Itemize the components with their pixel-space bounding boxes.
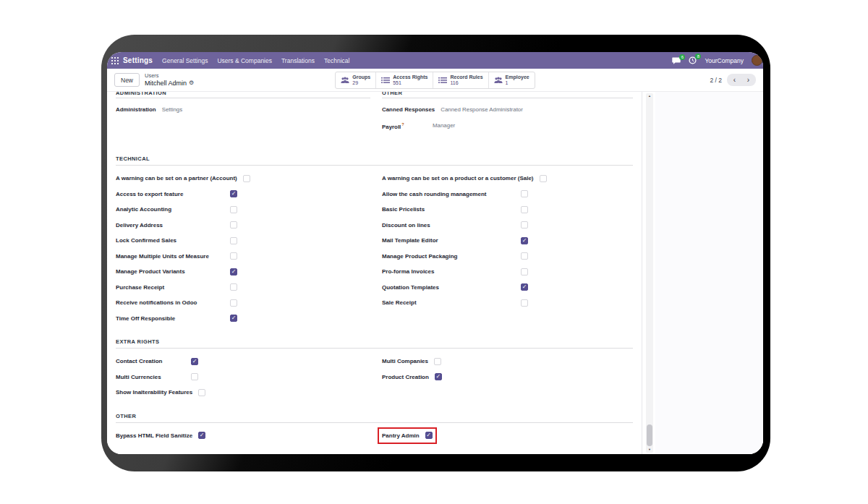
- menu-translations[interactable]: Translations: [281, 57, 315, 64]
- menu-technical[interactable]: Technical: [324, 57, 349, 64]
- checkbox-row: Quotation Templates✓: [382, 283, 633, 291]
- gear-icon[interactable]: ⚙: [189, 80, 194, 86]
- field-label: Manage Product Packaging: [382, 253, 521, 260]
- checkbox-lock-confirmed-sales[interactable]: [230, 237, 237, 244]
- field-label: Discount on lines: [382, 222, 521, 228]
- field-label: Bypass HTML Field Sanitize: [116, 432, 198, 439]
- checkbox-show-inalterability-features[interactable]: [198, 389, 205, 396]
- field-value[interactable]: Manager: [433, 122, 455, 130]
- list-icon: [438, 77, 447, 84]
- apps-grid-icon[interactable]: [111, 57, 119, 64]
- field-row: Payroll? Manager: [382, 122, 633, 130]
- field-label: Pro-forma Invoices: [382, 268, 521, 275]
- section-extra-rights: EXTRA RIGHTSContact Creation✓Multi Curre…: [116, 338, 633, 404]
- section-title: OTHER: [382, 92, 633, 98]
- checkbox-a-warning-can-be-set-on-a-partner-account[interactable]: [243, 175, 250, 182]
- section-column-left: Contact Creation✓Multi CurrenciesShow In…: [116, 357, 370, 404]
- checkbox-discount-on-lines[interactable]: [521, 221, 528, 228]
- checkbox-row: Contact Creation✓: [116, 357, 370, 365]
- checkbox-purchase-receipt[interactable]: [230, 283, 237, 291]
- checkbox-quotation-templates[interactable]: ✓: [521, 283, 528, 291]
- checkbox-row: Pantry Admin✓: [382, 432, 433, 440]
- checkbox-manage-product-variants[interactable]: ✓: [230, 268, 237, 276]
- checkbox-mail-template-editor[interactable]: ✓: [521, 237, 528, 244]
- section-title: TECHNICAL: [116, 155, 633, 166]
- scroll-down-arrow-icon[interactable]: ▼: [646, 448, 653, 452]
- section-title: ADMINISTRATION: [116, 92, 370, 98]
- stat-value: 551: [393, 80, 427, 86]
- section-technical: TECHNICALA warning can be set on a partn…: [116, 155, 633, 330]
- activities-badge: 8: [695, 54, 701, 59]
- field-value[interactable]: Canned Response Administrator: [441, 106, 523, 113]
- checkbox-access-to-export-feature[interactable]: ✓: [230, 190, 237, 197]
- field-label: Multi Currencies: [116, 374, 191, 380]
- field-label: Basic Pricelists: [382, 206, 521, 213]
- scroll-up-arrow-icon[interactable]: ▲: [646, 94, 653, 98]
- pager-previous-button[interactable]: ‹: [728, 74, 741, 85]
- checkbox-pro-forma-invoices[interactable]: [521, 268, 528, 276]
- pager: 2 / 2 ‹ ›: [535, 74, 756, 86]
- help-question-mark: ?: [401, 122, 404, 127]
- checkbox-row: Sale Receipt: [382, 299, 633, 307]
- field-label: Time Off Responsible: [116, 315, 230, 322]
- checkbox-pantry-admin[interactable]: ✓: [425, 432, 433, 439]
- menu-general-settings[interactable]: General Settings: [162, 57, 208, 64]
- checkbox-basic-pricelists[interactable]: [521, 206, 528, 213]
- field-row: Administration Settings: [116, 106, 370, 113]
- field-value[interactable]: Settings: [162, 106, 183, 113]
- checkbox-delivery-address[interactable]: [230, 221, 237, 228]
- checkbox-allow-the-cash-rounding-management[interactable]: [521, 190, 528, 197]
- checkbox-row: Basic Pricelists: [382, 205, 633, 213]
- vertical-scrollbar[interactable]: ▲ ▼: [646, 93, 653, 453]
- section-other: OTHERBypass HTML Field Sanitize✓Pantry A…: [116, 413, 633, 448]
- users-icon: [494, 77, 503, 84]
- checkbox-row: Lock Confirmed Sales: [116, 236, 370, 244]
- messages-button[interactable]: 6: [672, 57, 681, 64]
- checkbox-contact-creation[interactable]: ✓: [191, 358, 198, 365]
- field-label: Analytic Accounting: [116, 206, 230, 213]
- section-column-right: Multi CompaniesProduct Creation✓: [382, 357, 633, 404]
- breadcrumb-area: New Users Mitchell Admin ⚙: [114, 73, 335, 87]
- pager-next-button[interactable]: ›: [742, 74, 754, 85]
- checkbox-row: Manage Product Variants✓: [116, 268, 370, 276]
- field-label: Contact Creation: [116, 358, 191, 364]
- chatter-panel: [655, 92, 763, 454]
- checkbox-manage-multiple-units-of-measure[interactable]: [230, 252, 237, 260]
- company-switcher[interactable]: YourCompany: [705, 57, 744, 64]
- checkbox-sections: TECHNICALA warning can be set on a partn…: [116, 155, 633, 447]
- form-view: ADMINISTRATION Administration Settings O…: [107, 92, 763, 454]
- stat-label: Access Rights: [393, 74, 427, 80]
- menu-users-companies[interactable]: Users & Companies: [217, 57, 272, 64]
- checkbox-manage-product-packaging[interactable]: [521, 252, 528, 260]
- stat-label: Groups: [352, 74, 370, 80]
- users-icon: [341, 77, 349, 84]
- section-column-right: A warning can be set on a product or a c…: [382, 174, 633, 330]
- checkbox-a-warning-can-be-set-on-a-product-or-a-customer-sale[interactable]: [540, 175, 547, 182]
- checkbox-bypass-html-field-sanitize[interactable]: ✓: [198, 432, 205, 439]
- user-avatar[interactable]: [752, 55, 762, 66]
- stat-buttons: Groups 29 Access Rights 551: [335, 72, 535, 89]
- checkbox-multi-companies[interactable]: [434, 358, 441, 365]
- stat-button-access-rights[interactable]: Access Rights 551: [375, 72, 433, 88]
- checkbox-row: Manage Multiple Units of Measure: [116, 252, 370, 260]
- stat-button-employee[interactable]: Employee 1: [488, 72, 535, 88]
- field-label: Multi Companies: [382, 358, 434, 364]
- new-button[interactable]: New: [114, 73, 140, 87]
- stat-button-groups[interactable]: Groups 29: [336, 72, 375, 88]
- activities-button[interactable]: 8: [689, 56, 697, 64]
- checkbox-analytic-accounting[interactable]: [230, 206, 237, 213]
- checkbox-time-off-responsible[interactable]: ✓: [230, 315, 237, 322]
- field-label: Mail Template Editor: [382, 237, 521, 244]
- section-title: EXTRA RIGHTS: [116, 338, 633, 349]
- stat-button-record-rules[interactable]: Record Rules 116: [433, 72, 488, 88]
- field-label: Lock Confirmed Sales: [116, 237, 230, 244]
- checkbox-row: Multi Currencies: [116, 373, 370, 381]
- app-name[interactable]: Settings: [123, 56, 153, 64]
- checkbox-product-creation[interactable]: ✓: [435, 373, 442, 380]
- field-label: Access to export feature: [116, 191, 230, 197]
- checkbox-sale-receipt[interactable]: [521, 299, 528, 307]
- checkbox-receive-notifications-in-odoo[interactable]: [230, 299, 237, 307]
- scrollbar-thumb[interactable]: [647, 424, 652, 446]
- checkbox-multi-currencies[interactable]: [191, 373, 198, 380]
- breadcrumb-parent[interactable]: Users: [145, 73, 194, 80]
